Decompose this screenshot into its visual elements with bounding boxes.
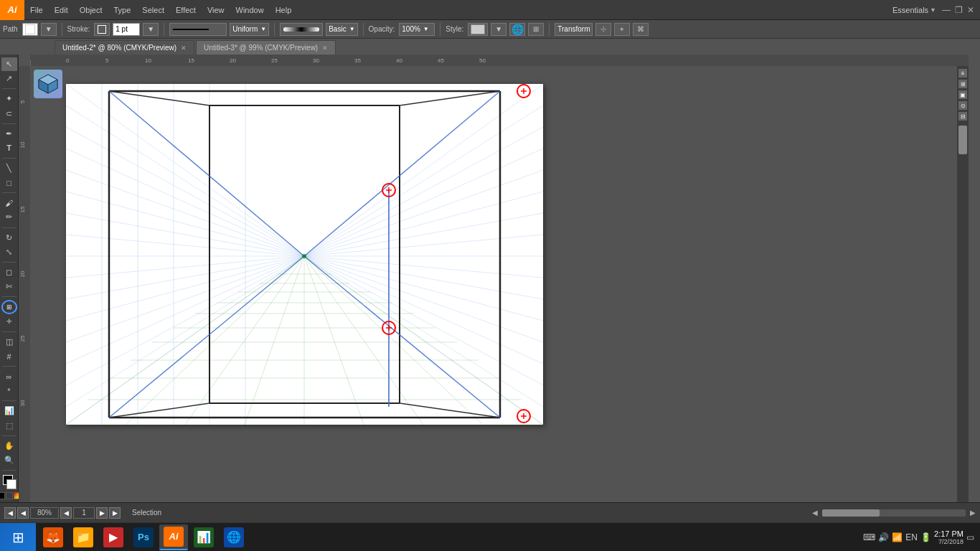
tool-pen[interactable]: ✒ [1,127,17,141]
artboard-number-input[interactable] [73,507,95,519]
tool-pencil[interactable]: ✏ [1,210,17,224]
menu-help[interactable]: Help [270,0,298,19]
menu-select[interactable]: Select [136,0,170,19]
artboard-last-button[interactable]: ▶ [109,507,121,519]
profile-dropdown[interactable]: Basic ▼ [326,23,357,36]
tool-direct-selection[interactable]: ↗ [1,72,17,85]
time-label: 2:17 PM [934,529,963,538]
style-arrow[interactable]: ▼ [491,23,507,36]
taskbar-items: 🦊 📁 ▶ Ps Ai 📊 [36,524,251,550]
tab-1-close[interactable]: ✕ [322,44,328,52]
start-button[interactable]: ⊞ [0,523,36,552]
taskbar-ie[interactable]: 🌐 [220,524,248,550]
globe-icon[interactable]: 🌐 [509,23,525,36]
restore-button[interactable]: ❐ [955,5,963,15]
clock[interactable]: 2:17 PM 7/2/2018 [934,529,963,545]
zoom-next-button[interactable]: ◀ [17,507,29,519]
3d-cube-widget[interactable] [34,70,62,98]
panel-btn-1[interactable]: ≡ [958,69,967,77]
tray-icon-3[interactable]: 📶 [892,532,903,542]
tab-0[interactable]: Untitled-2* @ 80% (CMYK/Preview) ✕ [55,40,194,55]
svg-text:15: 15 [19,206,26,212]
transform-options[interactable]: ⊹ [595,23,611,36]
fill-color[interactable] [22,23,38,36]
tool-rectangle[interactable]: □ [1,176,17,189]
stroke-width-arrow[interactable]: ▼ [143,23,159,36]
tool-zoom[interactable]: 🔍 [1,453,17,467]
menu-file[interactable]: File [24,0,49,19]
tool-graph[interactable]: 📊 [1,404,17,418]
menu-edit[interactable]: Edit [49,0,74,19]
tool-perspective-selection[interactable]: ✛ [1,315,17,329]
tool-mesh[interactable]: # [1,349,17,363]
menu-window[interactable]: Window [230,0,270,19]
tool-eraser[interactable]: ◻ [1,265,17,279]
taskbar-photoshop[interactable]: Ps [129,524,158,550]
taskbar-explorer[interactable]: 📁 [69,524,98,550]
panel-btn-3[interactable]: ▣ [958,90,967,99]
svg-line-58 [304,256,543,342]
start-icon: ⊞ [12,529,24,546]
transform-button[interactable]: Transform [555,23,593,36]
swatch-color-mode[interactable] [0,492,5,499]
swatch-none-mode[interactable] [6,492,13,499]
tray-icon-2[interactable]: 🔊 [878,532,889,542]
tray-icon-4[interactable]: 🔋 [920,532,931,542]
artboard-next-button[interactable]: ▶ [96,507,108,519]
tool-symbol[interactable]: * [1,384,17,397]
tool-perspective-grid[interactable]: ⊞ [1,300,17,314]
taskbar-firefox[interactable]: 🦊 [39,524,67,550]
panel-btn-4[interactable]: ⊙ [958,101,967,110]
stroke-type-dropdown[interactable]: Uniform ▼ [230,23,269,36]
align-icon[interactable]: ⊞ [528,23,544,36]
opacity-dropdown[interactable]: 100% ▼ [399,23,435,36]
menu-effect[interactable]: Effect [170,0,202,19]
tool-slice[interactable]: ⬚ [1,419,17,433]
language-label[interactable]: EN [905,532,918,542]
warp-icon[interactable]: ⌖ [614,23,630,36]
tool-blend[interactable]: ∞ [1,369,17,383]
tool-type[interactable]: T [1,141,17,155]
artboard-prev-button[interactable]: ◀ [60,507,72,519]
panel-scroll-thumb[interactable] [958,126,967,154]
show-desktop-button[interactable]: ▭ [966,532,974,542]
taskbar-media[interactable]: ▶ [99,524,128,550]
menu-view[interactable]: View [202,0,230,19]
tab-1[interactable]: Untitled-3* @ 99% (CMYK/Preview) ✕ [196,40,336,55]
panel-btn-2[interactable]: ⊞ [958,80,967,88]
fill-arrow[interactable]: ▼ [41,23,57,36]
menu-type[interactable]: Type [108,0,137,19]
close-button[interactable]: ✕ [967,5,974,15]
taskbar-illustrator[interactable]: Ai [159,524,188,550]
horizontal-scroll-track[interactable] [822,509,966,517]
tool-hand[interactable]: ✋ [1,439,17,453]
stroke-color[interactable] [94,23,110,36]
svg-line-34 [66,192,304,256]
profile-preview[interactable] [280,23,323,36]
tool-rotate[interactable]: ↻ [1,230,17,244]
stroke-width-input[interactable] [113,23,140,36]
toolbar-sep-3 [274,23,275,36]
tool-magic-wand[interactable]: ✦ [1,92,17,105]
zoom-input[interactable]: 80% [30,507,59,519]
tool-lasso[interactable]: ⊂ [1,106,17,120]
tool-scissors[interactable]: ✄ [1,280,17,293]
tool-gradient[interactable]: ◫ [1,335,17,349]
stroke-type-preview[interactable] [169,23,227,36]
minimize-button[interactable]: — [942,5,951,15]
zoom-prev-button[interactable]: ◀ [4,507,16,519]
color-swatch-area[interactable] [1,475,17,490]
tool-paintbrush[interactable]: 🖌 [1,196,17,209]
tray-icon-1[interactable]: ⌨ [863,532,875,542]
puppet-icon[interactable]: ⌘ [633,23,649,36]
tab-0-close[interactable]: ✕ [181,44,187,52]
panel-btn-5[interactable]: ⊟ [958,112,967,121]
tool-line[interactable]: ╲ [1,161,17,175]
style-preview[interactable] [468,23,488,36]
menu-object[interactable]: Object [74,0,108,19]
taskbar-excel[interactable]: 📊 [189,524,218,550]
horizontal-scroll-thumb[interactable] [822,509,880,517]
canvas-scroll-area: ▶ ≡ ⊞ ▣ ⊙ ⊟ [30,66,969,519]
tool-selection[interactable]: ↖ [1,57,17,71]
tool-scale[interactable]: ⤡ [1,245,17,259]
